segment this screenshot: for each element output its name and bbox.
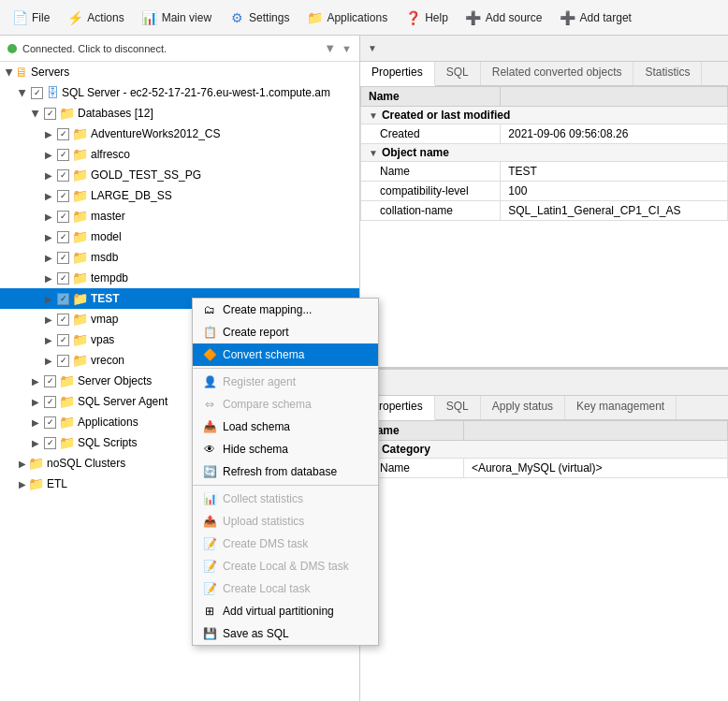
tree-label-databases: Databases [12]	[78, 107, 153, 120]
tab-sql-bottom[interactable]: SQL	[435, 396, 481, 419]
actions-button[interactable]: ⚡ Actions	[59, 6, 131, 30]
main-view-button[interactable]: 📊 Main view	[134, 6, 219, 30]
add-source-button[interactable]: ➕ Add source	[458, 6, 550, 30]
tab-related-converted-objects[interactable]: Related converted objects	[481, 62, 634, 85]
ctx-create-mapping[interactable]: 🗂 Create mapping...	[193, 299, 378, 321]
tree-label-etl: ETL	[47, 477, 67, 490]
ctx-create-mapping-icon: 🗂	[202, 302, 217, 317]
add-target-button[interactable]: ➕ Add target	[552, 6, 639, 30]
tree-checkbox-vmap[interactable]	[57, 314, 69, 326]
connection-text[interactable]: Connected. Click to disconnect.	[22, 43, 318, 54]
tree-checkbox-large-db[interactable]	[57, 190, 69, 202]
vrecon-icon: 📁	[72, 353, 88, 368]
col-header-value-top	[501, 87, 728, 107]
ctx-collect-stats-label: Collect statistics	[223, 492, 303, 505]
ctx-create-report-icon: 📋	[202, 325, 217, 340]
filter-arrow[interactable]: ▼	[342, 43, 352, 54]
tree-checkbox-sql-agent[interactable]	[44, 396, 56, 408]
tree-arrow-servers	[4, 67, 15, 78]
tree-arrow-sql-server	[17, 88, 28, 98]
tree-checkbox-databases[interactable]	[44, 108, 56, 120]
tree-checkbox-test[interactable]	[57, 293, 69, 305]
tree-checkbox-adventureworks[interactable]	[57, 128, 69, 140]
tree-item-tempdb[interactable]: 📁 tempdb	[0, 268, 359, 288]
tree-item-databases[interactable]: 📁 Databases [12]	[0, 103, 359, 124]
tree-item-gold-test[interactable]: 📁 GOLD_TEST_SS_PG	[0, 165, 359, 185]
tree-checkbox-server-objects[interactable]	[44, 375, 56, 387]
tree-checkbox-msdb[interactable]	[57, 252, 69, 264]
help-icon: ❓	[404, 9, 421, 26]
tree-item-sql-server[interactable]: 🗄 SQL Server - ec2-52-17-21-76.eu-west-1…	[0, 82, 359, 103]
tempdb-icon: 📁	[72, 270, 88, 285]
tree-label-gold-test: GOLD_TEST_SS_PG	[91, 168, 201, 182]
etl-icon: 📁	[28, 476, 44, 491]
prop-value-collation: SQL_Latin1_General_CP1_CI_AS	[501, 201, 728, 221]
tree-checkbox-vpas[interactable]	[57, 334, 69, 346]
table-row: compatibility-level 100	[361, 182, 728, 201]
server-objects-icon: 📁	[59, 373, 75, 388]
help-button[interactable]: ❓ Help	[397, 6, 456, 30]
tab-key-management[interactable]: Key management	[565, 396, 677, 419]
ctx-convert-schema[interactable]: 🔶 Convert schema	[193, 343, 378, 366]
tree-checkbox-vrecon[interactable]	[57, 355, 69, 367]
tree-checkbox-alfresco[interactable]	[57, 149, 69, 161]
tree-arrow-server-objects	[30, 376, 41, 387]
servers-folder-icon: 🖥	[15, 65, 28, 80]
tab-properties-top[interactable]: Properties	[360, 62, 435, 86]
add-target-label: Add target	[580, 11, 632, 24]
tree-checkbox-tempdb[interactable]	[57, 272, 69, 285]
tree-label-applications: Applications	[78, 416, 138, 429]
ctx-partition-label: Add virtual partitioning	[223, 605, 334, 618]
panel-expand-arrow-top[interactable]: ▼	[364, 43, 381, 53]
ctx-load-schema[interactable]: 📥 Load schema	[193, 416, 378, 438]
tree-item-adventureworks[interactable]: 📁 AdventureWorks2012_CS	[0, 124, 359, 144]
ctx-create-dms-task: 📝 Create DMS task	[193, 533, 378, 555]
tree-checkbox-master[interactable]	[57, 211, 69, 223]
section-row-created: ▼Created or last modified	[361, 107, 728, 124]
ctx-convert-schema-label: Convert schema	[223, 348, 304, 361]
ctx-refresh-label: Refresh from database	[223, 465, 337, 478]
tree-item-master[interactable]: 📁 master	[0, 206, 359, 226]
tree-item-alfresco[interactable]: 📁 alfresco	[0, 144, 359, 165]
prop-value-name: TEST	[501, 162, 728, 182]
properties-panel-bottom: ▼ Properties SQL Apply status Key manage…	[360, 370, 728, 701]
prop-key-created: Created	[361, 124, 501, 144]
filter-icon[interactable]: ▼	[324, 41, 336, 55]
msdb-icon: 📁	[72, 250, 88, 265]
ctx-load-schema-icon: 📥	[202, 419, 217, 434]
tree-checkbox-applications[interactable]	[44, 416, 56, 429]
tree-checkbox-sql-scripts[interactable]	[44, 437, 56, 449]
tree-label-vrecon: vrecon	[91, 354, 124, 367]
tree-label-adventureworks: AdventureWorks2012_CS	[91, 127, 221, 140]
settings-button[interactable]: ⚙ Settings	[221, 6, 297, 30]
tree-label-sql-scripts: SQL Scripts	[78, 436, 138, 449]
tab-statistics-top[interactable]: Statistics	[633, 62, 702, 85]
tab-sql-top[interactable]: SQL	[435, 62, 481, 85]
ctx-save-sql-label: Save as SQL	[223, 627, 289, 640]
file-button[interactable]: 📄 File	[4, 6, 57, 30]
tree-arrow-vrecon	[43, 356, 54, 366]
tree-arrow-gold-test	[43, 170, 54, 181]
ctx-create-report[interactable]: 📋 Create report	[193, 321, 378, 343]
ctx-refresh-database[interactable]: 🔄 Refresh from database	[193, 460, 378, 483]
tree-checkbox-gold-test[interactable]	[57, 169, 69, 182]
tree-arrow-sql-agent	[30, 397, 41, 407]
applications-button[interactable]: 📁 Applications	[298, 6, 395, 30]
ctx-add-virtual-partitioning[interactable]: ⊞ Add virtual partitioning	[193, 600, 378, 622]
tree-item-large-db[interactable]: 📁 LARGE_DB_SS	[0, 185, 359, 206]
ctx-create-local-task: 📝 Create Local task	[193, 577, 378, 600]
table-row: Name TEST	[361, 162, 728, 182]
ctx-hide-schema-icon: 👁	[202, 442, 217, 457]
prop-value-created: 2021-09-06 09:56:08.26	[501, 124, 728, 144]
tree-arrow-msdb	[43, 253, 54, 263]
left-panel: Connected. Click to disconnect. ▼ ▼ 🖥 Se…	[0, 36, 360, 701]
ctx-save-as-sql[interactable]: 💾 Save as SQL	[193, 622, 378, 645]
tree-checkbox-model[interactable]	[57, 231, 69, 243]
tab-apply-status[interactable]: Apply status	[481, 396, 565, 419]
ctx-hide-schema[interactable]: 👁 Hide schema	[193, 438, 378, 460]
tree-checkbox-sql-server[interactable]	[31, 87, 43, 99]
tree-item-servers[interactable]: 🖥 Servers	[0, 62, 359, 82]
tree-item-msdb[interactable]: 📁 msdb	[0, 247, 359, 268]
sql-scripts-icon: 📁	[59, 435, 75, 450]
tree-item-model[interactable]: 📁 model	[0, 226, 359, 247]
